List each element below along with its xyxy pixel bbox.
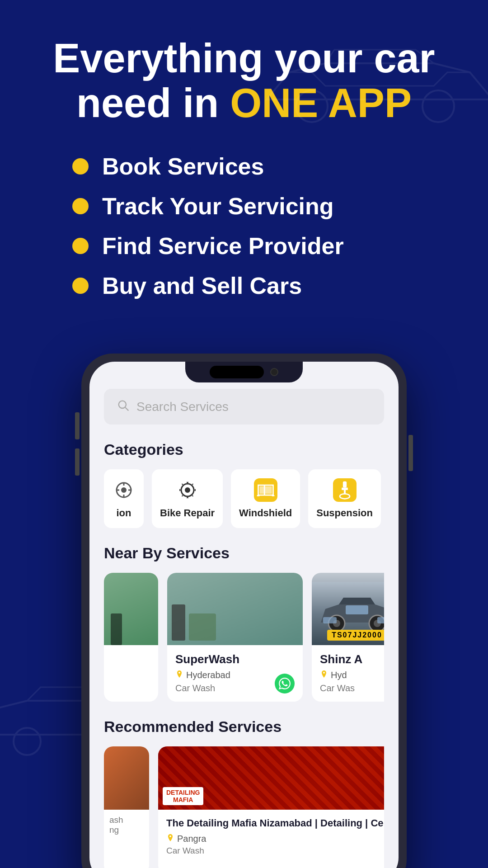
phone-section: Search Services Categories — [0, 354, 488, 868]
location-pin-icon — [175, 670, 183, 680]
nearby-title: Near By Services — [104, 544, 384, 562]
rec-partial-text: ash ng — [104, 810, 149, 840]
feature-text: Buy and Sell Cars — [102, 272, 302, 299]
shinz-image: TS07JJ2000 — [312, 573, 384, 645]
detailing-type: Car Wash — [166, 846, 384, 856]
svg-point-13 — [185, 487, 190, 493]
main-title: Everything your car need in ONE APP — [36, 36, 452, 126]
feature-item-buy: Buy and Sell Cars — [72, 272, 452, 299]
bullet-dot — [72, 278, 89, 294]
search-icon — [117, 399, 129, 415]
recommended-row: ash ng DETAILINGMAFIA — [104, 746, 384, 868]
superwash-image — [167, 573, 303, 645]
service-card-superwash[interactable]: SuperWash Hyderabad Car Wash — [167, 573, 303, 702]
categories-title: Categories — [104, 441, 384, 458]
phone-screen: Search Services Categories — [89, 362, 399, 868]
category-label-bike-repair: Bike Repair — [160, 507, 215, 519]
category-icon-windshield — [254, 478, 277, 502]
svg-line-5 — [125, 407, 128, 410]
app-content: Search Services Categories — [89, 362, 399, 868]
svg-rect-15 — [343, 481, 346, 488]
detailing-info: The Detailing Mafia Nizamabad | Detailin… — [158, 810, 384, 868]
detailing-sign: DETAILINGMAFIA — [163, 787, 203, 805]
category-label-suspension: Suspension — [316, 507, 373, 519]
service-image-partial — [104, 573, 158, 645]
phone-mockup: Search Services Categories — [81, 354, 407, 868]
recommended-section: Recommended Services ash ng — [104, 718, 384, 868]
category-item-windshield[interactable]: Windshield — [231, 469, 300, 528]
rec-card-detailing[interactable]: DETAILINGMAFIA The Detailing Mafia Nizam… — [158, 746, 384, 868]
volume-down-button — [75, 448, 80, 476]
feature-text: Track Your Servicing — [102, 193, 334, 220]
shinz-location: Hyd — [320, 670, 384, 680]
nearby-section: Near By Services — [104, 544, 384, 702]
shinz-type: Car Was — [320, 683, 384, 693]
rec-card-partial-left[interactable]: ash ng — [104, 746, 149, 868]
whatsapp-button-superwash[interactable] — [275, 674, 295, 693]
rec-img-partial — [104, 746, 149, 810]
superwash-name: SuperWash — [175, 652, 295, 666]
phone-notch — [185, 362, 303, 382]
header-section: Everything your car need in ONE APP Book… — [0, 0, 488, 354]
notch-pill — [210, 366, 264, 378]
category-label-partial: ion — [117, 507, 131, 519]
svg-point-7 — [121, 487, 127, 493]
shinz-name: Shinz A — [320, 652, 384, 666]
services-row: SuperWash Hyderabad Car Wash — [104, 573, 384, 702]
feature-item-book: Book Services — [72, 153, 452, 180]
category-label-windshield: Windshield — [239, 507, 292, 519]
svg-rect-34 — [323, 617, 337, 623]
location-pin-icon-3 — [166, 834, 174, 844]
categories-row: ion — [104, 469, 384, 528]
categories-section: Categories — [104, 441, 384, 528]
volume-up-button — [75, 412, 80, 439]
feature-text: Book Services — [102, 153, 264, 180]
svg-rect-35 — [377, 617, 384, 623]
detailing-location: Pangra — [166, 834, 384, 844]
feature-list: Book Services Track Your Servicing Find … — [36, 153, 452, 299]
service-card-shinz[interactable]: TS07JJ2000 Shinz A — [312, 573, 384, 702]
bullet-dot — [72, 198, 89, 214]
bmw-image: TS07JJ2000 — [312, 573, 384, 645]
svg-point-18 — [340, 494, 350, 499]
service-card-partial[interactable] — [104, 573, 158, 702]
detailing-name: The Detailing Mafia Nizamabad | Detailin… — [166, 817, 384, 830]
category-icon-gear — [176, 478, 199, 502]
category-item-partial[interactable]: ion — [104, 469, 144, 528]
location-pin-icon-2 — [320, 670, 328, 680]
category-item-bike-repair[interactable]: Bike Repair — [152, 469, 223, 528]
bullet-dot — [72, 238, 89, 254]
search-placeholder: Search Services — [136, 400, 229, 414]
power-button — [408, 435, 413, 471]
front-camera — [270, 368, 278, 376]
feature-text: Find Service Provider — [102, 232, 344, 259]
svg-rect-16 — [342, 488, 348, 491]
highlight-text: ONE APP — [230, 80, 412, 126]
search-bar[interactable]: Search Services — [104, 389, 384, 425]
bullet-dot — [72, 158, 89, 175]
superwash-location-text: Hyderabad — [186, 670, 230, 680]
recommended-title: Recommended Services — [104, 718, 384, 736]
svg-rect-36 — [346, 605, 368, 614]
feature-item-find: Find Service Provider — [72, 232, 452, 259]
category-icon-suspension — [333, 478, 357, 502]
category-icon-partial — [112, 478, 136, 502]
shinz-location-text: Hyd — [331, 670, 347, 680]
license-plate: TS07JJ2000 — [327, 630, 384, 641]
detailing-location-text: Pangra — [177, 834, 206, 844]
detailing-image: DETAILINGMAFIA — [158, 746, 384, 810]
feature-item-track: Track Your Servicing — [72, 193, 452, 220]
category-item-suspension[interactable]: Suspension — [308, 469, 381, 528]
shinz-info: Shinz A Hyd Car Was — [312, 645, 384, 702]
